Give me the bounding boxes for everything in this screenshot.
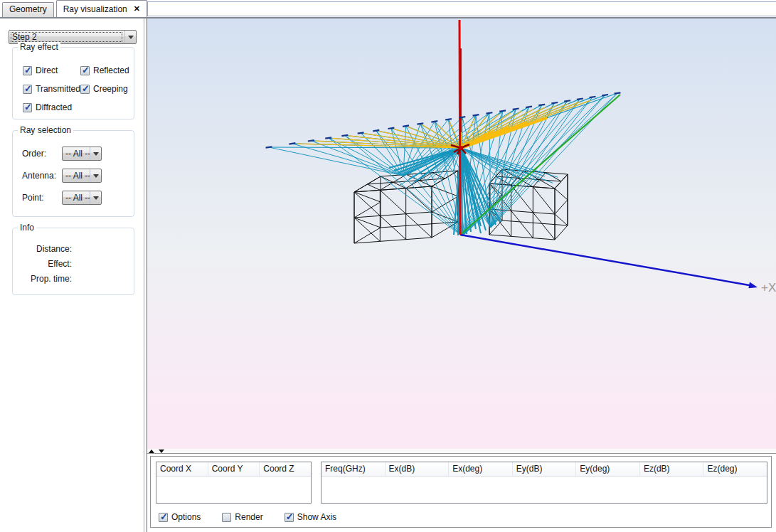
- options-checkbox-box[interactable]: [159, 513, 168, 522]
- chevron-down-icon: [93, 196, 99, 200]
- scene-line: [378, 131, 461, 148]
- select-order-arrow[interactable]: [90, 147, 101, 160]
- reflected-checkbox-box[interactable]: [80, 66, 90, 75]
- info-label-prop-time: Prop. time:: [18, 274, 72, 284]
- scene-line: [341, 135, 348, 136]
- ray-controls-panel: Step 2 Ray effect DirectReflectedTransmi…: [0, 18, 144, 532]
- collapse-up-icon[interactable]: [149, 449, 154, 453]
- select-point-value: -- All --: [63, 193, 90, 203]
- scene-line: [354, 192, 380, 216]
- scene-line: [354, 212, 432, 218]
- results-panel-frame: Coord XCoord YCoord Z Freq(GHz)Ex(dB)Ex(…: [150, 456, 772, 528]
- ray-selection-group: Ray selection Order:-- All --Antenna:-- …: [12, 130, 134, 217]
- direct-checkbox-label: Direct: [36, 65, 58, 75]
- checkbox-diffracted[interactable]: Diffracted: [23, 102, 72, 112]
- x-axis-arrowhead: [748, 282, 758, 289]
- coord-header-coord-x[interactable]: Coord X: [156, 462, 208, 477]
- tab-geometry[interactable]: Geometry: [2, 2, 54, 17]
- scene-line: [459, 117, 465, 117]
- scene-line: [460, 235, 753, 286]
- field-header-ey-deg[interactable]: Ey(deg): [576, 462, 640, 477]
- scene-line: [538, 105, 545, 105]
- scene-line: [555, 188, 568, 200]
- scene-line: [354, 176, 381, 192]
- scene-line: [373, 130, 379, 131]
- creeping-checkbox-box[interactable]: [80, 85, 90, 94]
- info-label-distance: Distance:: [18, 244, 72, 254]
- checkbox-transmitted[interactable]: Transmitted: [23, 84, 80, 94]
- field-header-ex-db[interactable]: Ex(dB): [386, 462, 450, 477]
- select-point-arrow[interactable]: [90, 191, 101, 204]
- scene-line: [354, 186, 432, 192]
- select-order[interactable]: -- All --: [62, 147, 102, 161]
- field-table[interactable]: Freq(GHz)Ex(dB)Ex(deg)Ey(dB)Ey(deg)Ez(dB…: [321, 462, 767, 504]
- select-point[interactable]: -- All --: [62, 191, 102, 205]
- scene-line: [354, 218, 381, 228]
- scene-line: [289, 143, 295, 144]
- tab-strip-filler: [147, 1, 776, 16]
- chevron-down-icon: [128, 36, 134, 39]
- checkbox-creeping[interactable]: Creeping: [80, 84, 128, 94]
- scene-line: [308, 140, 314, 141]
- scene-line: [555, 214, 568, 225]
- select-label-antenna: Antenna:: [22, 171, 56, 181]
- tab-geometry-label: Geometry: [9, 4, 47, 14]
- scene-line: [354, 192, 381, 202]
- scene-line: [388, 128, 394, 129]
- scene-line: [502, 220, 568, 225]
- scene-line: [445, 119, 452, 119]
- chevron-down-icon: [93, 152, 99, 156]
- horizontal-splitter[interactable]: [147, 449, 776, 454]
- checkbox-direct[interactable]: Direct: [23, 65, 58, 75]
- render-checkbox-box[interactable]: [222, 513, 231, 522]
- field-header-ey-db[interactable]: Ey(dB): [513, 462, 577, 477]
- scene-line: [354, 238, 432, 243]
- collapse-down-icon[interactable]: [159, 449, 164, 453]
- antenna-source-marker: [459, 146, 463, 150]
- transmitted-checkbox-box[interactable]: [23, 85, 32, 94]
- scene-line: [513, 108, 519, 109]
- field-header-ez-db[interactable]: Ez(dB): [640, 462, 704, 477]
- field-header-ez-deg[interactable]: Ez(deg): [703, 462, 767, 477]
- select-antenna[interactable]: -- All --: [62, 169, 102, 183]
- transmitted-checkbox-label: Transmitted: [36, 84, 80, 94]
- checkbox-show-axis[interactable]: Show Axis: [285, 512, 336, 522]
- scene-line: [266, 147, 272, 147]
- select-antenna-value: -- All --: [63, 171, 90, 181]
- scene-line: [615, 92, 621, 93]
- results-panel: Coord XCoord YCoord Z Freq(GHz)Ex(dB)Ex(…: [147, 454, 776, 532]
- checkbox-reflected[interactable]: Reflected: [80, 65, 129, 75]
- x-axis-label: +X: [761, 281, 776, 294]
- scene-line: [358, 132, 364, 133]
- select-label-point: Point:: [22, 193, 44, 203]
- diffracted-checkbox-box[interactable]: [23, 103, 32, 112]
- scene-line: [555, 225, 568, 240]
- tab-ray-visualization[interactable]: Ray visualization ✕: [56, 0, 147, 17]
- tab-ray-visualization-label: Ray visualization: [63, 1, 127, 17]
- focus-rectangle: [11, 32, 122, 42]
- direct-checkbox-box[interactable]: [23, 66, 32, 75]
- creeping-checkbox-label: Creeping: [93, 84, 128, 94]
- step-selector-arrow[interactable]: [124, 31, 136, 43]
- scene-line: [368, 184, 381, 190]
- ray-effect-group: Ray effect DirectReflectedTransmittedCre…: [12, 47, 134, 119]
- checkbox-render[interactable]: Render: [222, 512, 262, 522]
- field-header-ex-deg[interactable]: Ex(deg): [449, 462, 513, 477]
- scene-line: [555, 200, 568, 214]
- close-tab-icon[interactable]: ✕: [134, 5, 140, 13]
- coord-header-coord-z[interactable]: Coord Z: [260, 462, 311, 477]
- show-axis-checkbox-box[interactable]: [285, 513, 294, 522]
- checkbox-options[interactable]: Options: [159, 512, 201, 522]
- 3d-viewport[interactable]: +X: [147, 18, 776, 449]
- info-title: Info: [18, 223, 36, 233]
- scene-line: [432, 186, 458, 196]
- scene-line: [417, 123, 423, 124]
- show-axis-checkbox-label: Show Axis: [297, 512, 336, 522]
- coord-table[interactable]: Coord XCoord YCoord Z: [156, 462, 312, 504]
- select-antenna-arrow[interactable]: [90, 169, 101, 182]
- scene-line: [486, 112, 492, 113]
- field-header-freq-ghz[interactable]: Freq(GHz): [321, 462, 386, 477]
- coord-header-coord-y[interactable]: Coord Y: [208, 462, 260, 477]
- scene-line: [403, 125, 409, 126]
- info-group: Info Distance:Effect:Prop. time:: [12, 228, 134, 295]
